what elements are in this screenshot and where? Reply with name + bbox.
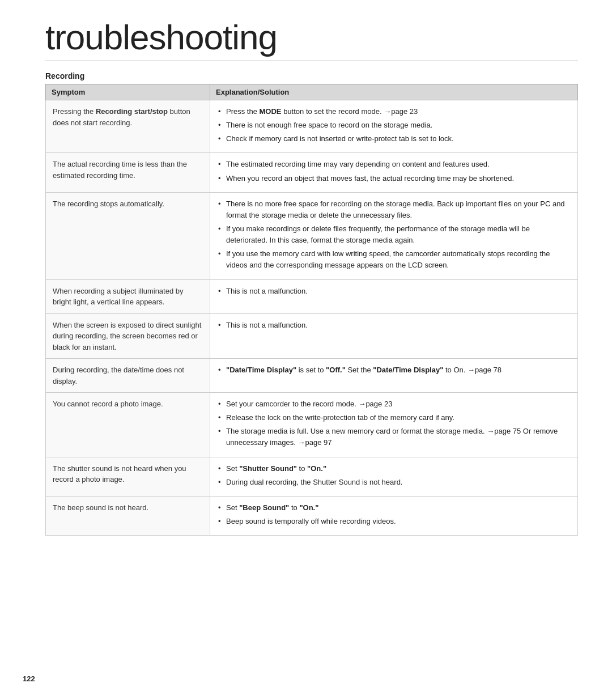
symptom-cell: Pressing the Recording start/stop button…: [46, 100, 210, 153]
solution-item: Check if memory card is not inserted or …: [217, 133, 571, 145]
symptom-cell: During recording, the date/time does not…: [46, 359, 210, 393]
solution-cell: Set "Shutter Sound" to "On."During dual …: [210, 457, 578, 496]
solution-cell: "Date/Time Display" is set to "Off." Set…: [210, 359, 578, 393]
symptom-cell: The beep sound is not heard.: [46, 496, 210, 535]
table-row: When recording a subject illuminated by …: [46, 279, 578, 313]
solution-item: "Date/Time Display" is set to "Off." Set…: [217, 364, 571, 376]
solution-cell: The estimated recording time may vary de…: [210, 153, 578, 192]
solution-item: Set "Beep Sound" to "On.": [217, 502, 571, 514]
solution-item: The storage media is full. Use a new mem…: [217, 426, 571, 448]
symptom-cell: The recording stops automatically.: [46, 192, 210, 279]
col-header-symptom: Symptom: [46, 84, 210, 100]
solution-item: This is not a malfunction.: [217, 320, 571, 331]
solution-cell: Set "Beep Sound" to "On."Beep sound is t…: [210, 496, 578, 535]
col-header-solution: Explanation/Solution: [210, 84, 578, 100]
table-row: During recording, the date/time does not…: [46, 359, 578, 393]
table-row: The recording stops automatically.There …: [46, 192, 578, 279]
symptom-cell: The shutter sound is not heard when you …: [46, 457, 210, 496]
solution-cell: This is not a malfunction.: [210, 279, 578, 313]
solution-cell: There is no more free space for recordin…: [210, 192, 578, 279]
table-row: You cannot record a photo image.Set your…: [46, 393, 578, 457]
table-row: The shutter sound is not heard when you …: [46, 457, 578, 496]
solution-item: Set "Shutter Sound" to "On.": [217, 463, 571, 474]
table-row: When the screen is exposed to direct sun…: [46, 313, 578, 359]
solution-item: During dual recording, the Shutter Sound…: [217, 477, 571, 488]
solution-item: If you use the memory card with low writ…: [217, 248, 571, 271]
solution-item: There is no more free space for recordin…: [217, 198, 571, 221]
symptom-cell: When the screen is exposed to direct sun…: [46, 313, 210, 359]
symptom-cell: When recording a subject illuminated by …: [46, 279, 210, 313]
solution-item: Press the MODE button to set the record …: [217, 106, 571, 117]
table-row: The beep sound is not heard.Set "Beep So…: [46, 496, 578, 535]
solution-item: Release the lock on the write-protection…: [217, 412, 571, 423]
table-row: Pressing the Recording start/stop button…: [46, 100, 578, 153]
solution-cell: This is not a malfunction.: [210, 313, 578, 359]
page-number: 122: [23, 674, 35, 683]
solution-item: When you record an object that moves fas…: [217, 173, 571, 184]
symptom-cell: You cannot record a photo image.: [46, 393, 210, 457]
solution-item: Set your camcorder to the record mode. →…: [217, 398, 571, 410]
solution-item: If you make recordings or delete files f…: [217, 223, 571, 246]
solution-item: This is not a malfunction.: [217, 286, 571, 297]
table-row: The actual recording time is less than t…: [46, 153, 578, 192]
troubleshooting-table: Symptom Explanation/Solution Pressing th…: [45, 84, 578, 536]
symptom-cell: The actual recording time is less than t…: [46, 153, 210, 192]
solution-item: Beep sound is temporally off while recor…: [217, 516, 571, 527]
solution-cell: Press the MODE button to set the record …: [210, 100, 578, 153]
section-title: Recording: [45, 71, 578, 80]
page-title: troubleshooting: [45, 17, 578, 61]
solution-item: There is not enough free space to record…: [217, 120, 571, 131]
solution-cell: Set your camcorder to the record mode. →…: [210, 393, 578, 457]
solution-item: The estimated recording time may vary de…: [217, 159, 571, 170]
